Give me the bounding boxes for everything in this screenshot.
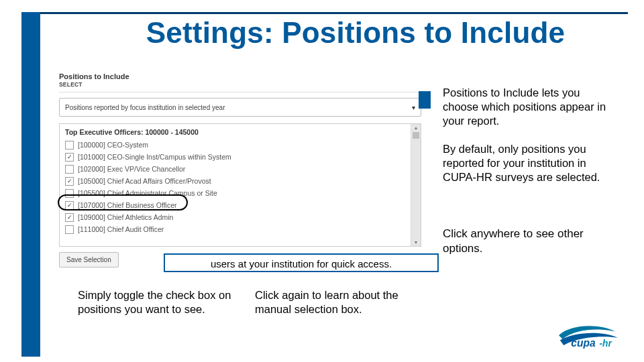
positions-listbox-items: Top Executive Officers: 100000 - 145000 … xyxy=(60,124,411,246)
item-label: [107000] Chief Business Officer xyxy=(78,201,176,209)
checkbox-icon[interactable] xyxy=(65,213,74,222)
dropdown-accent xyxy=(419,91,431,109)
chevron-down-icon: ▾ xyxy=(412,104,415,111)
item-label: [105000] Chief Acad Affairs Officer/Prov… xyxy=(78,177,211,185)
list-item[interactable]: [111000] Chief Audit Officer xyxy=(65,223,405,235)
group-header: Top Executive Officers: 100000 - 145000 xyxy=(65,128,405,136)
item-label: [111000] Chief Audit Officer xyxy=(78,225,164,233)
panel-header: Positions to Include xyxy=(59,72,421,80)
list-item[interactable]: [101000] CEO-Single Inst/Campus within S… xyxy=(65,151,405,163)
checkbox-icon[interactable] xyxy=(65,225,74,234)
item-label: [101000] CEO-Single Inst/Campus within S… xyxy=(78,153,231,161)
panel-divider xyxy=(59,92,421,93)
click-hint: Click anywhere to see other options. xyxy=(443,227,617,256)
list-item[interactable]: [105000] Chief Acad Affairs Officer/Prov… xyxy=(65,175,405,187)
item-label: [109000] Chief Athletics Admin xyxy=(78,213,173,221)
dropdown-value: Positions reported by focus institution … xyxy=(65,104,225,111)
explainer-paragraph: Positions to Include lets you choose whi… xyxy=(443,86,617,128)
checkbox-icon[interactable] xyxy=(65,141,74,149)
positions-panel: Positions to Include SELECT Positions re… xyxy=(59,72,421,267)
checkbox-icon[interactable] xyxy=(65,201,74,210)
list-item[interactable]: [107000] Chief Business Officer xyxy=(65,199,405,211)
save-selection-button[interactable]: Save Selection xyxy=(59,252,119,267)
save-note-box: users at your institution for quick acce… xyxy=(164,253,439,272)
scroll-up-icon[interactable]: ▴ xyxy=(411,125,421,131)
checkbox-icon[interactable] xyxy=(65,165,74,174)
scrollbar[interactable]: ▴ ▾ xyxy=(411,124,421,246)
left-rail xyxy=(21,12,40,357)
select-label: SELECT xyxy=(59,81,421,88)
svg-text:cupa: cupa xyxy=(571,337,596,349)
checkbox-icon[interactable] xyxy=(65,189,74,198)
scroll-down-icon[interactable]: ▾ xyxy=(411,239,421,245)
caption-right: Click again to learn about the manual se… xyxy=(255,288,429,317)
scroll-thumb[interactable] xyxy=(413,132,419,139)
list-item[interactable]: [102000] Exec VP/Vice Chancellor xyxy=(65,163,405,175)
list-item[interactable]: [100000] CEO-System xyxy=(65,139,405,151)
item-label: [105500] Chief Administrator Campus or S… xyxy=(78,189,217,197)
cupa-hr-logo: cupa -hr xyxy=(551,322,625,353)
svg-text:-hr: -hr xyxy=(600,339,612,349)
positions-listbox: Top Executive Officers: 100000 - 145000 … xyxy=(59,123,421,247)
caption-left: Simply toggle the check box on positions… xyxy=(78,288,246,317)
list-item[interactable]: [105500] Chief Administrator Campus or S… xyxy=(65,187,405,199)
positions-dropdown[interactable]: Positions reported by focus institution … xyxy=(59,98,421,117)
item-label: [100000] CEO-System xyxy=(78,141,148,149)
page-title: Settings: Positions to Include xyxy=(107,16,604,50)
item-label: [102000] Exec VP/Vice Chancellor xyxy=(78,165,185,173)
top-rule xyxy=(21,12,628,14)
list-item[interactable]: [109000] Chief Athletics Admin xyxy=(65,211,405,223)
save-note-text: users at your institution for quick acce… xyxy=(211,258,392,269)
checkbox-icon[interactable] xyxy=(65,153,74,162)
checkbox-icon[interactable] xyxy=(65,177,74,186)
explainer-paragraph: By default, only positions you reported … xyxy=(443,142,617,184)
